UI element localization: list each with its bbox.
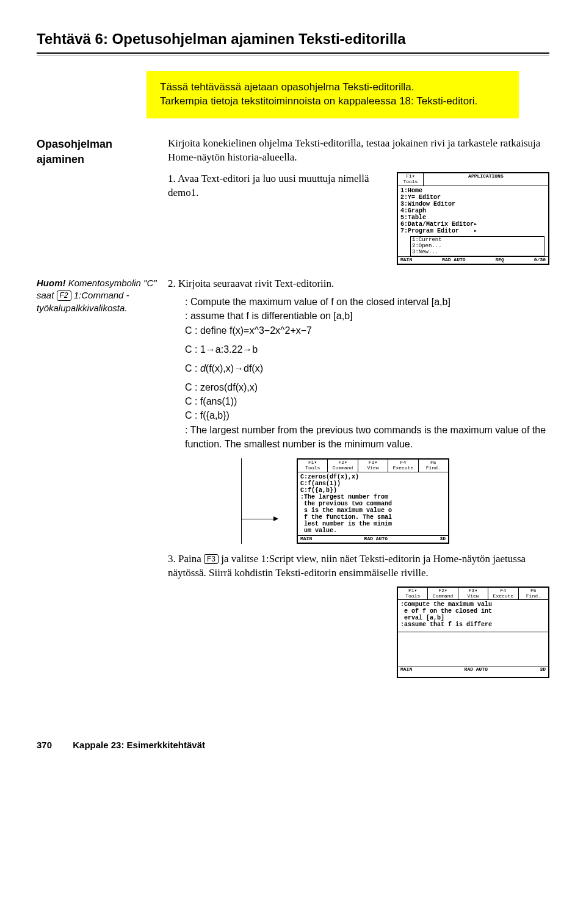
highlight-line1: Tässä tehtävässä ajetaan opasohjelma Tek… bbox=[160, 81, 414, 93]
calculator-screenshot-2: F1▾ Tools F2▾ Command F3▾ View F4 Execut… bbox=[297, 458, 449, 544]
intro-highlight: Tässä tehtävässä ajetaan opasohjelma Tek… bbox=[146, 71, 519, 118]
calc2-m3: F4 Execute bbox=[388, 460, 418, 472]
editor-line: : Compute the maximum value of f on the … bbox=[185, 295, 549, 309]
page-footer: 370 Kappale 23: Esimerkkitehtävät bbox=[37, 739, 549, 751]
editor-line: C : define f(x)=x^3−2x^2+x−7 bbox=[185, 323, 549, 337]
pointer-arrow bbox=[241, 458, 278, 544]
calc1-status-m: RAD AUTO bbox=[442, 258, 465, 263]
l4-pre: C : 1 bbox=[185, 344, 206, 355]
l5-post: df(x) bbox=[244, 363, 263, 374]
calc2-m1: F2▾ Command bbox=[328, 460, 358, 472]
step3-post: ja valitse 1:Script view, niin näet Teks… bbox=[168, 553, 526, 579]
l5-mid: (f(x),x) bbox=[206, 363, 234, 374]
editor-line: C : d(f(x),x)→df(x) bbox=[185, 361, 549, 375]
calc1-f1: F1▾ Tools bbox=[398, 173, 424, 186]
step2-lead: 2. Kirjoita seuraavat rivit Text-editori… bbox=[168, 277, 549, 291]
step3: 3. Paina F3 ja valitse 1:Script view, ni… bbox=[168, 552, 549, 580]
sidenote-pre: Huom! bbox=[37, 278, 66, 288]
editor-line: : assume that f is differentiable on [a,… bbox=[185, 309, 549, 323]
calc3-m3: F4 Execute bbox=[488, 588, 518, 600]
calc3-m4: F5 Find… bbox=[519, 588, 548, 600]
calc3-status-r: 3D bbox=[540, 667, 546, 673]
calc2-m0: F1▾ Tools bbox=[298, 460, 328, 472]
calc3-m0: F1▾ Tools bbox=[398, 588, 428, 600]
store-icon: → bbox=[206, 344, 215, 355]
calc3-body: :Compute the maximum valu e of f on the … bbox=[398, 600, 548, 632]
calc3-status-m: RAD AUTO bbox=[465, 667, 488, 673]
sidenote: Huom! Komentosymbolin "C" saat F2 1:Comm… bbox=[37, 277, 168, 314]
section-intro: Kirjoita konekielinen ohjelma Teksti-edi… bbox=[168, 137, 549, 165]
step1-text: Avaa Text-editori ja luo uusi muuttuja n… bbox=[168, 173, 369, 198]
l5-d: d bbox=[200, 363, 206, 374]
store-icon: → bbox=[242, 344, 252, 355]
editor-line: C : 1→a:3.22→b bbox=[185, 342, 549, 356]
calc1-status-r: SEQ bbox=[495, 258, 504, 263]
step2-lead-text: Kirjoita seuraavat rivit Text-editoriin. bbox=[178, 278, 334, 289]
calc2-m4: F5 Find… bbox=[419, 460, 448, 472]
l4-b: b bbox=[252, 344, 258, 355]
l5-pre: C : bbox=[185, 363, 200, 374]
calc1-status-n: 0/30 bbox=[534, 258, 546, 263]
editor-line: C : zeros(df(x),x) bbox=[185, 380, 549, 394]
calculator-screenshot-3: F1▾ Tools F2▾ Command F3▾ View F4 Execut… bbox=[397, 587, 549, 678]
calc1-popup: 1:Current 2:Open... 3:New... bbox=[410, 236, 544, 257]
calc2-status-l: MAIN bbox=[300, 536, 312, 542]
calc2-m2: F3▾ View bbox=[358, 460, 388, 472]
step-number: 1. bbox=[168, 173, 178, 184]
chapter-label: Kappale 23: Esimerkkitehtävät bbox=[73, 740, 205, 750]
calc3-m2: F3▾ View bbox=[458, 588, 488, 600]
section-heading: Opasohjelman ajaminen bbox=[37, 137, 168, 167]
calc2-body: C:zeros(df(x),x) C:f(ans(1)) C:f({a,b}) … bbox=[298, 472, 448, 535]
calc3-m1: F2▾ Command bbox=[428, 588, 458, 600]
page-title: Tehtävä 6: Opetusohjelman ajaminen Tekst… bbox=[37, 29, 549, 49]
calc3-status-l: MAIN bbox=[400, 667, 412, 673]
calc2-status-m: RAD AUTO bbox=[364, 536, 388, 542]
calc1-title: APPLICATIONS bbox=[424, 173, 548, 186]
step3-pre: Paina bbox=[178, 553, 204, 565]
store-icon: → bbox=[234, 363, 244, 374]
calc1-body: 1:Home 2:Y= Editor 3:Window Editor 4:Gra… bbox=[398, 186, 548, 236]
editor-line: : The largest number from the previous t… bbox=[185, 423, 549, 451]
f3-key-icon: F3 bbox=[204, 554, 219, 564]
editor-lines: : Compute the maximum value of f on the … bbox=[185, 295, 549, 451]
highlight-line2: Tarkempia tietoja tekstitoiminnoista on … bbox=[160, 95, 477, 107]
calc1-status-l: MAIN bbox=[400, 258, 412, 263]
editor-line: C : f({a,b}) bbox=[185, 408, 549, 422]
title-rule bbox=[37, 52, 549, 56]
calc2-status-r: 3D bbox=[440, 536, 446, 542]
editor-line: C : f(ans(1)) bbox=[185, 394, 549, 408]
f2-key-icon: F2 bbox=[57, 291, 71, 300]
l4-a: a:3.22 bbox=[215, 344, 242, 355]
calculator-screenshot-1: F1▾ Tools APPLICATIONS 1:Home 2:Y= Edito… bbox=[397, 172, 549, 265]
page-number: 370 bbox=[37, 740, 52, 750]
